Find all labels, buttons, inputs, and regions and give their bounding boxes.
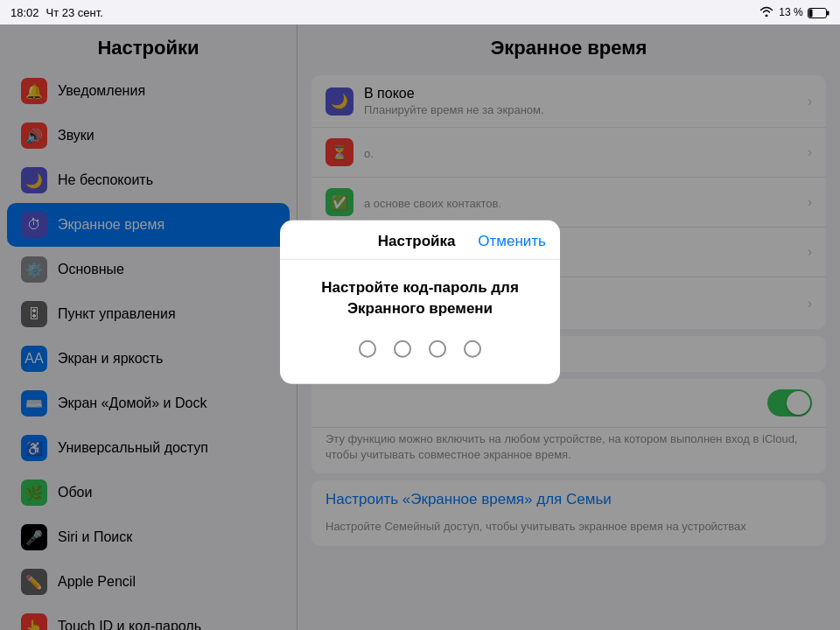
battery-status: 13 % [779,6,830,18]
status-bar: 18:02 Чт 23 сент. 13 % [0,0,840,24]
svg-rect-2 [827,10,830,15]
wifi-icon [760,6,774,19]
pin-dot-4 [464,340,481,357]
modal-instruction: Настройте код-пароль дляЭкранного времен… [294,277,546,319]
passcode-modal: Настройка Отменить Настройте код-пароль … [280,220,560,384]
modal-cancel-button[interactable]: Отменить [478,233,546,250]
modal-title: Настройка [378,233,456,250]
status-time: 18:02 [10,6,39,19]
pin-dot-3 [429,340,446,357]
svg-rect-1 [809,9,813,17]
pin-dot-2 [394,340,411,357]
pin-dots [294,340,546,357]
modal-header: Настройка Отменить [280,220,560,260]
pin-dot-1 [359,340,376,357]
status-date: Чт 23 сент. [46,6,103,19]
modal-body: Настройте код-пароль дляЭкранного времен… [280,260,560,384]
